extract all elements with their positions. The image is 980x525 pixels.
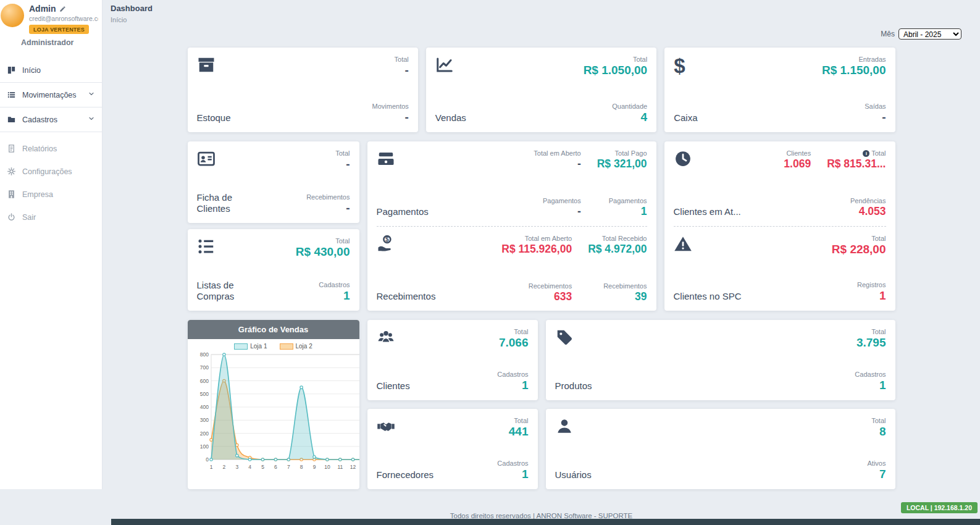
section-pagamentos: Pagamentos Total em Aberto- Pagamentos- … [367, 141, 656, 226]
card-usuarios: Usuários Total8 Ativos7 [546, 409, 895, 489]
chart-legend: Loja 1 Loja 2 [193, 343, 354, 350]
stat-label: Entradas [822, 56, 886, 63]
sidebar-item-movimentacoes[interactable]: Movimentações [0, 83, 102, 107]
card-vendas: Vendas TotalR$ 1.050,00 Quantidade4 [426, 48, 656, 132]
stat-label: Total [584, 56, 648, 63]
stat-value: R$ 430,00 [296, 246, 350, 259]
sidebar-item-label: Empresa [22, 190, 53, 199]
stat-label: Total [497, 417, 528, 424]
stat-value: R$ 115.926,00 [501, 243, 572, 255]
sidebar-menu: Início Movimentações Cadastros Relatório… [0, 58, 102, 229]
folder-icon [7, 115, 16, 124]
stat-value: 441 [497, 426, 528, 439]
stat-label: Registros [832, 281, 886, 288]
edit-pencil-icon[interactable] [59, 6, 66, 12]
profile-info: Admin credit@anronsoftware.co... LOJA VE… [29, 4, 98, 34]
card-title: Estoque [197, 112, 231, 124]
sidebar-item-cadastros[interactable]: Cadastros [0, 107, 102, 132]
sidebar-item-relatorios[interactable]: Relatórios [0, 137, 102, 160]
legend-swatch-loja2 [280, 343, 293, 350]
legend-loja1[interactable]: Loja 1 [234, 343, 267, 350]
sidebar: Admin credit@anronsoftware.co... LOJA VE… [0, 0, 103, 489]
stat-value: 7.066 [497, 337, 528, 350]
stat-label: Cadastros [296, 281, 350, 288]
chevron-down-icon [88, 90, 95, 99]
stat-label: Pendências [827, 197, 886, 204]
stat-value: - [306, 158, 350, 171]
stat-value: R$ 1.150,00 [822, 64, 886, 77]
stat-value: 8 [868, 426, 886, 439]
profile-block: Admin credit@anronsoftware.co... LOJA VE… [0, 0, 102, 34]
sidebar-item-sair[interactable]: Sair [0, 206, 102, 229]
month-label: Mês [881, 30, 895, 38]
stat-value: - [534, 158, 580, 170]
svg-text:700: 700 [199, 364, 208, 371]
svg-text:7: 7 [287, 464, 290, 470]
stat-value: 1 [296, 290, 350, 303]
stat-label: Pagamentos [597, 197, 647, 204]
sidebar-item-label: Início [22, 66, 41, 75]
stat-label: Cadastros [497, 460, 528, 467]
svg-text:1: 1 [209, 464, 212, 470]
card-clientes: Clientes Total7.066 Cadastros1 [367, 320, 538, 400]
svg-text:$: $ [385, 236, 389, 243]
info-icon[interactable] [863, 150, 869, 157]
users-group-icon [377, 328, 410, 348]
clipboard-icon [7, 144, 16, 153]
sidebar-item-label: Configurações [22, 167, 72, 176]
stat-value: - [822, 111, 886, 124]
card-title: Usuários [555, 469, 592, 481]
stat-value: 1 [597, 206, 647, 217]
sidebar-item-configuracoes[interactable]: Configurações [0, 160, 102, 183]
stat-value: 1 [832, 290, 886, 303]
stat-label: Total [497, 328, 528, 335]
stat-value: 633 [501, 291, 572, 303]
breadcrumb: Início [111, 16, 972, 23]
card-title: Clientes [377, 380, 410, 392]
id-card-icon [197, 149, 266, 170]
svg-text:4: 4 [248, 464, 251, 470]
card-title: Produtos [555, 380, 592, 392]
sidebar-item-label: Cadastros [22, 116, 57, 124]
stat-label: Total [296, 237, 350, 245]
stat-value: 4.053 [827, 206, 886, 217]
stat-label: Total [306, 149, 350, 157]
svg-text:10: 10 [324, 464, 330, 470]
legend-loja2[interactable]: Loja 2 [280, 343, 312, 350]
stat-value: 4 [584, 111, 648, 124]
card-title: Pagamentos [377, 206, 429, 218]
section-clientes-spc: Clientes no SPC TotalR$ 228,00 Registros… [664, 227, 895, 311]
stat-value: 3.795 [855, 337, 886, 350]
stat-value: 1 [497, 468, 528, 481]
card-produtos: Produtos Total3.795 Cadastros1 [546, 320, 895, 400]
svg-text:100: 100 [199, 443, 208, 450]
svg-text:800: 800 [199, 351, 208, 358]
card-pagamentos-recebimentos: Pagamentos Total em Aberto- Pagamentos- … [367, 141, 656, 311]
hand-holding-dollar-icon: $ [377, 235, 436, 255]
sales-chart: 0100200300400500600700800123456789101112… [193, 350, 359, 473]
money-stack-icon [377, 149, 429, 170]
svg-text:6: 6 [274, 464, 277, 470]
legend-label: Loja 1 [250, 343, 267, 350]
card-title: Clientes em At... [674, 206, 741, 218]
card-title: Caixa [674, 112, 697, 124]
list-bullets-icon [197, 237, 266, 258]
card-title: Listas de Compras [197, 280, 266, 303]
stat-label: Total [827, 149, 886, 157]
sidebar-item-empresa[interactable]: Empresa [0, 183, 102, 206]
stat-value: 1.069 [784, 158, 811, 170]
cards-grid: Estoque Total- Movimentos- Vendas [188, 48, 895, 489]
main-area: Dashboard Início Mês Abril - 2025 Estoqu… [103, 0, 980, 525]
card-title: Ficha de Clientes [197, 192, 266, 216]
card-title: Clientes no SPC [674, 291, 742, 303]
stat-value: 7 [868, 468, 886, 481]
card-estoque: Estoque Total- Movimentos- [188, 48, 418, 132]
svg-text:400: 400 [199, 404, 208, 410]
stat-label: Ativos [868, 460, 886, 467]
tag-icon [555, 328, 592, 348]
gear-icon [7, 167, 16, 176]
sidebar-item-inicio[interactable]: Início [0, 58, 102, 83]
svg-text:8: 8 [299, 464, 303, 470]
stat-label: Total em Aberto [501, 235, 572, 242]
month-select[interactable]: Abril - 2025 [898, 28, 961, 40]
